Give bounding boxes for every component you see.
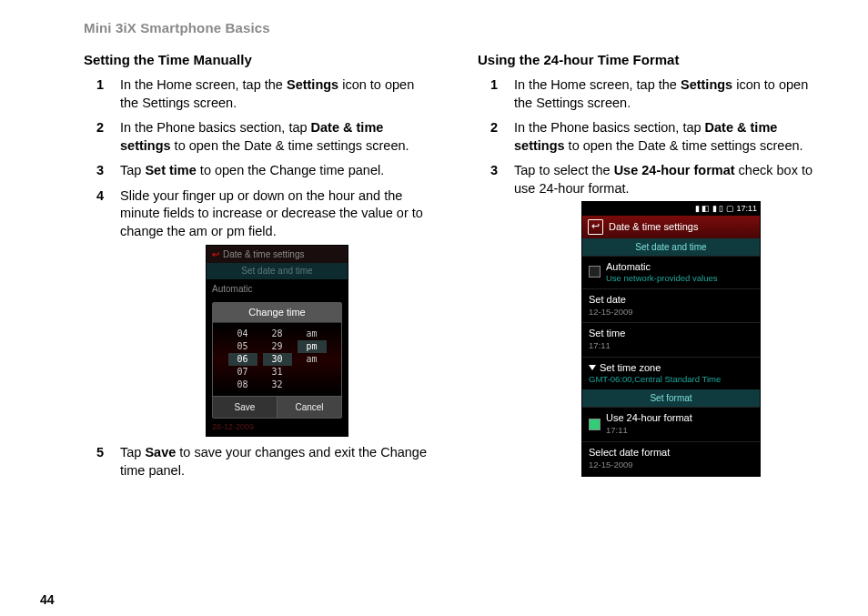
panel-title: Change time (213, 303, 341, 323)
change-time-panel: Change time 04 05 06 07 08 (212, 302, 342, 419)
set-time-row[interactable]: Set time 17:11 (582, 322, 760, 357)
status-bar: ▮ ◧ ▮ ▯ ▢ 17:11 (582, 202, 760, 215)
row-subtitle: GMT-06:00,Central Standard Time (589, 375, 753, 385)
section-header: Set format (582, 389, 760, 408)
step-item: Slide your finger up or down on the hour… (84, 187, 434, 438)
left-steps: In the Home screen, tap the Settings ico… (84, 76, 434, 480)
time-wheels: 04 05 06 07 08 28 29 30 (213, 323, 341, 396)
checkbox-icon[interactable] (589, 419, 601, 430)
step-bold: Settings (681, 77, 732, 92)
page-number: 44 (40, 592, 828, 607)
row-title: Use 24-hour format (606, 411, 692, 425)
use-24h-row[interactable]: Use 24-hour format 17:11 (582, 407, 760, 441)
manual-page: Mini 3iX Smartphone Basics Setting the T… (0, 0, 868, 616)
chapter-title: Mini 3iX Smartphone Basics (84, 20, 828, 35)
step-bold: Save (145, 445, 176, 459)
row-subtitle: 17:11 (606, 425, 692, 437)
wheel-value: 05 (228, 340, 257, 353)
section-heading-right: Using the 24-hour Time Format (478, 52, 828, 67)
status-time: 17:11 (736, 204, 757, 213)
step-text: Tap (120, 163, 145, 177)
cancel-button[interactable]: Cancel (277, 397, 341, 419)
phone-title: Date & time settings (609, 220, 698, 234)
wheel-value-selected: 30 (263, 353, 292, 366)
back-icon[interactable]: ↩ (588, 219, 603, 235)
phone-section-header: Set date and time (207, 263, 348, 279)
phone-automatic-row: Automatic (207, 279, 348, 301)
row-subtitle: 17:11 (589, 340, 753, 352)
wheel-value: 31 (263, 366, 292, 379)
right-column: Using the 24-hour Time Format In the Hom… (478, 52, 828, 592)
wheel-value-selected: 06 (228, 353, 257, 366)
row-title: Set date (589, 293, 753, 307)
wheel-value: am (298, 353, 327, 366)
wheel-value-selected: pm (298, 340, 327, 353)
step-item: Tap Set time to open the Change time pan… (84, 162, 434, 180)
section-heading-left: Setting the Time Manually (84, 52, 434, 67)
step-item: In the Home screen, tap the Settings ico… (478, 76, 828, 112)
phone-titlebar: ↩Date & time settings (207, 246, 348, 264)
step-item: In the Home screen, tap the Settings ico… (84, 76, 434, 112)
step-item: Tap to select the Use 24-hour format che… (478, 162, 828, 476)
save-button[interactable]: Save (213, 397, 277, 419)
step-item: In the Phone basics section, tap Date & … (84, 119, 434, 155)
checkbox-icon[interactable] (589, 266, 601, 278)
step-bold: Use 24-hour format (614, 163, 735, 177)
dropdown-icon (589, 365, 596, 370)
phone-mock-change-time: ↩Date & time settings Set date and time … (206, 245, 348, 438)
step-text: Slide your finger up or down on the hour… (120, 188, 423, 238)
two-columns: Setting the Time Manually In the Home sc… (84, 52, 828, 592)
step-item: In the Phone basics section, tap Date & … (478, 119, 828, 155)
step-text: to open the Date & time settings screen. (565, 138, 803, 153)
wheel-value: 32 (263, 379, 292, 391)
automatic-row[interactable]: Automatic Use network-provided values (582, 256, 760, 288)
step-item: Tap Save to save your changes and exit t… (84, 444, 434, 480)
row-title: Select date format (589, 446, 753, 459)
wheel-value: 07 (228, 366, 257, 379)
step-text: to open the Date & time settings screen. (171, 138, 409, 153)
step-text: In the Phone basics section, tap (514, 120, 705, 135)
step-text: to open the Change time panel. (197, 163, 384, 177)
wheel-value: am (298, 328, 327, 340)
ampm-wheel[interactable]: am pm am (298, 328, 327, 391)
phone-footer-date: 28-12-2009 (207, 419, 348, 436)
row-subtitle: 12-15-2009 (589, 307, 753, 318)
step-text: Tap (120, 445, 145, 459)
step-text: In the Home screen, tap the (514, 77, 681, 92)
step-text: Tap to select the (514, 163, 614, 177)
row-subtitle: 12-15-2009 (589, 459, 753, 471)
back-icon: ↩ (212, 249, 219, 259)
wheel-value: 08 (228, 379, 257, 391)
row-title: Set time (589, 327, 753, 340)
hour-wheel[interactable]: 04 05 06 07 08 (228, 328, 257, 391)
row-subtitle: Use network-provided values (606, 274, 718, 284)
section-header: Set date and time (582, 238, 760, 257)
minute-wheel[interactable]: 28 29 30 31 32 (263, 328, 292, 391)
wheel-value: 29 (263, 340, 292, 353)
wheel-value: 04 (228, 328, 257, 340)
right-steps: In the Home screen, tap the Settings ico… (478, 76, 828, 477)
left-column: Setting the Time Manually In the Home sc… (84, 52, 434, 592)
phone-mock-datetime-settings: ▮ ◧ ▮ ▯ ▢ 17:11 ↩Date & time settings Se… (581, 201, 761, 476)
set-date-row[interactable]: Set date 12-15-2009 (582, 288, 760, 323)
phone-titlebar: ↩Date & time settings (582, 216, 760, 238)
step-text: In the Home screen, tap the (120, 77, 287, 92)
wheel-value: 28 (263, 328, 292, 340)
step-text: In the Phone basics section, tap (120, 120, 311, 135)
set-timezone-row[interactable]: Set time zone GMT-06:00,Central Standard… (582, 357, 760, 389)
select-date-format-row[interactable]: Select date format 12-15-2009 (582, 441, 760, 476)
row-title: Automatic (606, 260, 718, 274)
step-bold: Set time (145, 163, 196, 177)
step-bold: Settings (287, 77, 338, 92)
row-title: Set time zone (589, 361, 753, 375)
phone-title: Date & time settings (223, 249, 304, 259)
